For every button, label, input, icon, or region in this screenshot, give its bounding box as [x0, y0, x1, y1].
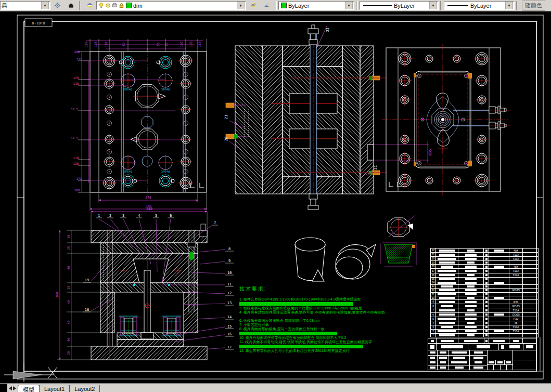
make-layer-current-button[interactable]	[247, 0, 259, 11]
bom-standard	[489, 334, 509, 337]
toolbar-separator	[275, 1, 277, 10]
bom-remark	[523, 265, 538, 268]
layout-tab[interactable]: 模型	[18, 385, 40, 392]
lineweight-sample	[447, 5, 468, 6]
bom-material: 45#	[509, 265, 523, 268]
bom-material	[509, 293, 523, 296]
bom-qty	[484, 273, 489, 277]
tech-req-line: 6. 合模后分型面应紧密贴合,局部间隙小于0.08mm	[239, 319, 416, 323]
bom-qty	[484, 265, 489, 268]
tab-scroll-right-icon[interactable]	[13, 386, 16, 390]
bom-qty	[484, 304, 489, 308]
lineweight-control-combo[interactable]: ByLayer ▼	[444, 1, 515, 10]
layer-color-swatch	[126, 3, 132, 8]
parts-list-table: 22 45# 21 T10A 20 T10A 19 18 45	[430, 248, 539, 337]
bom-standard	[489, 269, 509, 272]
bom-standard	[489, 313, 509, 317]
dim-label: 110	[73, 82, 79, 85]
bom-row: 1	[431, 334, 538, 337]
tab-scroll-controls[interactable]	[9, 384, 16, 392]
highlighted-line	[239, 345, 363, 348]
dim-label: 25	[67, 246, 70, 250]
section-view: Ø35 22 21 20 21	[224, 25, 432, 210]
tech-req-line: 8. 模具表面外形的棱角,应与一定的表面公差保持一致	[239, 327, 416, 331]
layer-previous-button[interactable]	[260, 0, 273, 11]
bom-remark	[523, 285, 538, 288]
layout-tab[interactable]: Layout1	[39, 385, 70, 392]
update-dim-button[interactable]	[65, 0, 77, 11]
bom-qty	[484, 334, 489, 337]
chevron-down-icon[interactable]: ▼	[505, 1, 513, 10]
dim-label: 160	[198, 41, 201, 47]
bom-material	[509, 278, 523, 281]
bom-remark	[523, 261, 538, 264]
bom-row: 14	[431, 281, 538, 285]
dim-style-manager-button[interactable]	[51, 0, 63, 11]
bom-material: 45	[509, 321, 523, 325]
bom-qty	[484, 300, 489, 304]
bom-standard	[489, 253, 509, 256]
bom-part-name	[436, 253, 458, 256]
layout-tab-bar: 模型Layout1Layout2	[0, 383, 551, 392]
layer-combo[interactable]: dim ▼	[96, 1, 246, 10]
callout-label: 18	[85, 308, 89, 312]
callout-label: 5	[155, 214, 157, 218]
bom-row-number: 1	[431, 334, 436, 337]
chevron-down-icon[interactable]: ▼	[429, 1, 437, 10]
bom-standard	[489, 296, 509, 299]
bom-part-code	[458, 253, 484, 256]
dim-label: 20	[67, 351, 70, 355]
bom-part-name	[436, 334, 458, 337]
bom-material: GCr15	[509, 289, 523, 292]
tech-req-title: 技术要求:	[239, 285, 416, 293]
dim-label: 125	[73, 76, 79, 80]
bom-row-number: 4	[431, 321, 436, 325]
bom-material: T10A	[509, 308, 523, 312]
chevron-down-icon[interactable]: ▼	[345, 1, 353, 10]
bom-qty	[484, 321, 489, 325]
bom-row-number: 17	[431, 269, 436, 272]
dim-style-combo[interactable]: 典 ▼	[0, 1, 50, 10]
bom-remark	[523, 308, 538, 312]
lightbulb-icon	[98, 3, 104, 8]
bom-qty	[484, 296, 489, 299]
layer-manager-button[interactable]	[83, 0, 96, 11]
bom-part-code	[458, 330, 484, 333]
bom-remark	[523, 281, 538, 284]
layout-tab[interactable]: Layout2	[69, 385, 100, 392]
tab-scroll-left-icon[interactable]	[9, 386, 12, 390]
dim-label: 360	[55, 292, 59, 298]
bycolor-button[interactable]: 随颜色	[522, 1, 545, 11]
bom-remark	[523, 273, 538, 277]
bom-row-number: 6	[431, 313, 436, 317]
linetype-control-combo[interactable]: ByLayer ▼	[360, 1, 439, 10]
chevron-down-icon[interactable]: ▼	[237, 1, 245, 10]
bom-part-name	[436, 273, 458, 277]
chevron-down-icon[interactable]: ▼	[41, 1, 49, 10]
hole-label: 3P640	[161, 88, 170, 91]
bom-row: 4 45	[431, 321, 538, 325]
bom-standard	[489, 261, 509, 264]
tech-req-line: 10. 模具分型面或任何零件的结合面应间隙配合,局部间隙不大于0.2	[239, 336, 416, 340]
bom-remark	[523, 317, 538, 321]
bom-part-code	[458, 249, 484, 252]
bom-row-number: 13	[431, 285, 436, 288]
bom-part-name	[436, 289, 458, 292]
plan-view: 3P640 3P640 3P640 3P640 160 135 107 57 5…	[71, 39, 207, 211]
bom-standard	[489, 249, 509, 252]
dim-label: 270	[145, 195, 151, 200]
bom-part-code	[458, 289, 484, 292]
bom-standard	[489, 293, 509, 296]
bom-row: 11	[431, 293, 538, 296]
callout-label: 13	[227, 301, 232, 305]
bom-standard	[489, 308, 509, 312]
color-swatch	[281, 3, 287, 8]
bom-row-number: 12	[431, 289, 436, 292]
linetype-value: ByLayer	[394, 3, 415, 9]
bom-part-name	[436, 308, 458, 312]
callout-label: 20	[224, 137, 228, 141]
color-control-combo[interactable]: ByLayer ▼	[278, 1, 354, 10]
bom-standard	[489, 304, 509, 308]
bom-row: 9 P20	[431, 300, 538, 304]
callout-label: 21	[224, 115, 228, 119]
